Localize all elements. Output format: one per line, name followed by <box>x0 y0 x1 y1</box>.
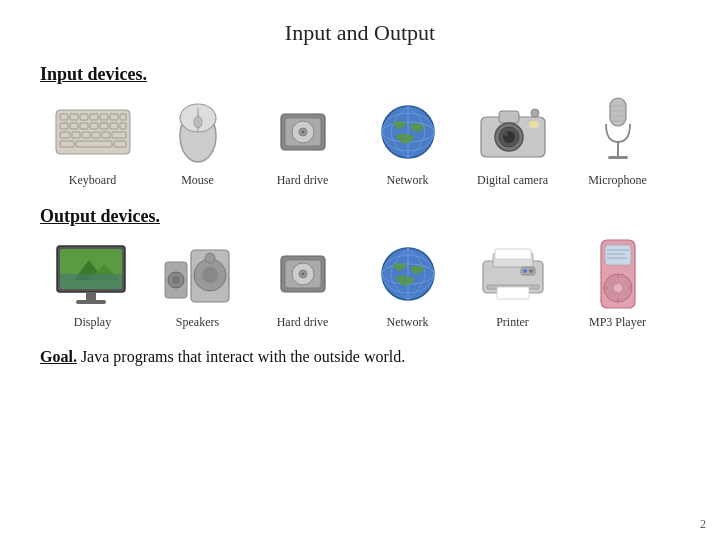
device-label: Digital camera <box>477 173 548 188</box>
svg-rect-84 <box>605 245 631 265</box>
output-section-title: Output devices. <box>40 206 680 227</box>
svg-rect-13 <box>110 123 118 129</box>
output-devices-row: Display Speak <box>40 239 680 330</box>
mp3player-icon <box>578 239 658 309</box>
svg-point-70 <box>301 273 304 276</box>
network-icon <box>368 97 448 167</box>
svg-rect-58 <box>76 300 106 304</box>
svg-rect-20 <box>112 132 126 138</box>
svg-rect-51 <box>608 156 628 159</box>
svg-rect-3 <box>80 114 88 120</box>
svg-rect-57 <box>86 292 96 300</box>
input-section: Input devices. <box>40 64 680 188</box>
svg-rect-17 <box>82 132 90 138</box>
mouse-icon <box>158 97 238 167</box>
harddrive-output-icon <box>263 239 343 309</box>
device-label: Keyboard <box>69 173 116 188</box>
list-item: Microphone <box>565 97 670 188</box>
svg-rect-10 <box>80 123 88 129</box>
svg-rect-21 <box>60 141 74 147</box>
svg-point-27 <box>194 116 202 128</box>
svg-rect-4 <box>90 114 98 120</box>
device-label: Mouse <box>181 173 214 188</box>
svg-point-64 <box>202 267 218 283</box>
svg-rect-77 <box>495 249 531 259</box>
svg-rect-82 <box>497 287 529 299</box>
svg-rect-6 <box>110 114 118 120</box>
device-label: Hard drive <box>277 315 329 330</box>
svg-rect-38 <box>499 111 519 123</box>
list-item: Display <box>40 239 145 330</box>
list-item: Network <box>355 239 460 330</box>
device-label: Speakers <box>176 315 219 330</box>
svg-point-44 <box>531 109 539 117</box>
svg-rect-12 <box>100 123 108 129</box>
list-item: MP3 Player <box>565 239 670 330</box>
list-item: Keyboard <box>40 97 145 188</box>
svg-rect-16 <box>72 132 80 138</box>
svg-rect-1 <box>60 114 68 120</box>
list-item: Network <box>355 97 460 188</box>
svg-rect-2 <box>70 114 78 120</box>
svg-rect-11 <box>90 123 98 129</box>
output-section: Output devices. <box>40 206 680 330</box>
svg-point-89 <box>613 283 623 293</box>
svg-point-65 <box>205 253 215 263</box>
svg-rect-45 <box>610 98 626 126</box>
page-number: 2 <box>700 517 706 532</box>
page: Input and Output Input devices. <box>0 0 720 540</box>
input-devices-row: Keyboard Mouse <box>40 97 680 188</box>
display-icon <box>53 239 133 309</box>
device-label: MP3 Player <box>589 315 646 330</box>
svg-point-61 <box>172 276 180 284</box>
svg-rect-18 <box>92 132 100 138</box>
svg-rect-22 <box>76 141 112 147</box>
svg-rect-23 <box>114 141 126 147</box>
device-label: Microphone <box>588 173 647 188</box>
device-label: Network <box>387 173 429 188</box>
svg-rect-19 <box>102 132 110 138</box>
svg-rect-15 <box>60 132 70 138</box>
device-label: Printer <box>496 315 529 330</box>
goal-section: Goal. Java programs that interact with t… <box>40 348 680 366</box>
harddrive-icon <box>263 97 343 167</box>
keyboard-icon <box>53 97 133 167</box>
svg-point-32 <box>301 131 304 134</box>
camera-icon <box>473 97 553 167</box>
list-item: Digital camera <box>460 97 565 188</box>
list-item: Hard drive <box>250 97 355 188</box>
device-label: Network <box>387 315 429 330</box>
goal-text: Java programs that interact with the out… <box>77 348 405 365</box>
svg-point-80 <box>529 269 533 273</box>
svg-point-79 <box>523 269 527 273</box>
device-label: Hard drive <box>277 173 329 188</box>
goal-label: Goal. <box>40 348 77 365</box>
microphone-icon <box>578 97 658 167</box>
device-label: Display <box>74 315 111 330</box>
speakers-icon <box>158 239 238 309</box>
input-section-title: Input devices. <box>40 64 680 85</box>
svg-rect-7 <box>120 114 126 120</box>
page-title: Input and Output <box>40 20 680 46</box>
svg-point-42 <box>504 132 508 136</box>
svg-rect-8 <box>60 123 68 129</box>
network-output-icon <box>368 239 448 309</box>
svg-rect-56 <box>60 274 122 289</box>
svg-rect-5 <box>100 114 108 120</box>
svg-rect-43 <box>529 121 539 128</box>
svg-rect-14 <box>120 123 126 129</box>
printer-icon <box>473 239 553 309</box>
list-item: Mouse <box>145 97 250 188</box>
list-item: Speakers <box>145 239 250 330</box>
list-item: Hard drive <box>250 239 355 330</box>
list-item: Printer <box>460 239 565 330</box>
svg-rect-9 <box>70 123 78 129</box>
